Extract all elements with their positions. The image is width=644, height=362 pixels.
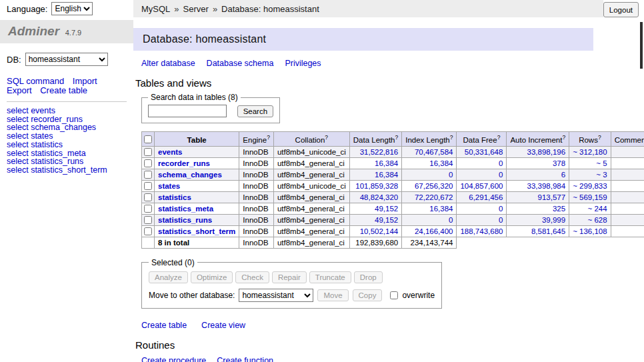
engine-cell: InnoDB xyxy=(239,180,274,191)
page-title: Database: homeassistant xyxy=(133,28,593,51)
auto-increment-cell: 33,398,984 xyxy=(507,180,569,191)
rows-count-cell[interactable]: ~ 312,180 xyxy=(569,146,611,157)
create-link[interactable]: Create table xyxy=(141,321,187,330)
db-action-link[interactable]: Alter database xyxy=(141,59,195,68)
row-select-checkbox[interactable] xyxy=(144,205,152,213)
create-link[interactable]: Create view xyxy=(201,321,245,330)
sql-command-link[interactable]: SQL command xyxy=(7,76,64,86)
table-row: events InnoDB utf8mb4_unicode_ci 31,522,… xyxy=(142,146,644,157)
row-select-checkbox[interactable] xyxy=(144,227,152,235)
selected-actions: AnalyzeOptimizeCheckRepairTruncateDrop xyxy=(149,271,435,283)
table-name-link[interactable]: states xyxy=(158,182,180,190)
breadcrumb-current: Database: homeassistant xyxy=(221,4,319,14)
db-label: DB: xyxy=(7,55,21,65)
row-select-checkbox[interactable] xyxy=(144,148,152,156)
search-input[interactable] xyxy=(148,105,227,117)
row-select-checkbox[interactable] xyxy=(144,182,152,190)
sidebar-table-link[interactable]: select statistics_short_term xyxy=(7,166,127,175)
logout-button[interactable]: Logout xyxy=(603,2,639,17)
breadcrumb-mysql-link[interactable]: MySQL xyxy=(141,4,170,14)
engine-cell: InnoDB xyxy=(239,203,274,214)
adminer-logo[interactable]: Adminer xyxy=(8,24,59,38)
overwrite-checkbox[interactable] xyxy=(390,291,398,299)
rows-count-cell[interactable]: ~ 5 xyxy=(569,157,611,169)
table-header-row: TableEngine?Collation?Data Length?Index … xyxy=(142,132,644,147)
total-label: 8 in total xyxy=(155,237,239,248)
table-row: statistics_short_term InnoDB utf8mb4_gen… xyxy=(142,225,644,237)
rows-count-cell[interactable]: ~ 628 xyxy=(569,214,611,225)
sidebar-table-link[interactable]: select states xyxy=(7,132,127,141)
import-link[interactable]: Import xyxy=(73,76,97,86)
routine-link[interactable]: Create function xyxy=(217,356,273,362)
column-header: Collation? xyxy=(273,132,349,147)
row-select-checkbox[interactable] xyxy=(144,159,152,167)
routine-link[interactable]: Create procedure xyxy=(141,356,206,362)
export-link[interactable]: Export xyxy=(7,85,32,95)
auto-increment-cell: 33,898,196 xyxy=(507,146,569,157)
selected-action-button[interactable]: Drop xyxy=(354,271,383,283)
collation-cell: utf8mb4_general_ci xyxy=(273,157,349,169)
data-free-cell: 0 xyxy=(457,214,507,225)
data-length-cell: 49,152 xyxy=(349,203,401,214)
table-name-link[interactable]: recorder_runs xyxy=(158,159,210,167)
scrollbar-thumb[interactable] xyxy=(640,22,643,69)
copy-button[interactable]: Copy xyxy=(353,289,383,301)
sidebar-table-link[interactable]: select statistics xyxy=(7,141,127,149)
tables-list-table: TableEngine?Collation?Data Length?Index … xyxy=(141,131,644,249)
column-header: Data Free? xyxy=(457,132,507,147)
table-name-link[interactable]: statistics xyxy=(158,193,191,201)
column-help-icon: ? xyxy=(450,134,453,141)
rows-count-cell[interactable]: ~ 244 xyxy=(569,203,611,214)
move-label: Move to other database: xyxy=(149,291,235,300)
auto-increment-cell: 39,999 xyxy=(507,214,569,225)
breadcrumb-separator: » xyxy=(213,4,217,14)
data-free-cell: 0 xyxy=(457,169,507,180)
index-length-cell: 16,384 xyxy=(402,203,457,214)
create-table-link[interactable]: Create table xyxy=(40,85,87,95)
rows-count-cell[interactable]: ~ 3 xyxy=(569,169,611,180)
adminer-version: 4.7.9 xyxy=(65,29,81,37)
select-all-checkbox[interactable] xyxy=(144,135,152,143)
breadcrumb-server-link[interactable]: Server xyxy=(183,4,209,14)
sidebar-table-link[interactable]: select events xyxy=(7,107,127,115)
table-name-link[interactable]: events xyxy=(158,148,182,156)
comment-cell xyxy=(611,225,644,237)
auto-increment-cell: 8,581,645 xyxy=(507,225,569,237)
rows-count-cell[interactable]: ~ 136,108 xyxy=(569,225,611,237)
selected-action-button[interactable]: Optimize xyxy=(191,271,233,283)
index-length-cell: 0 xyxy=(402,214,457,225)
main-content: Database: homeassistant Alter databaseDa… xyxy=(133,17,644,362)
table-name-link[interactable]: statistics_meta xyxy=(158,205,213,213)
selected-action-button[interactable]: Repair xyxy=(272,271,307,283)
row-select-checkbox[interactable] xyxy=(144,171,152,179)
row-select-checkbox[interactable] xyxy=(144,216,152,224)
selected-action-button[interactable]: Truncate xyxy=(309,271,351,283)
collation-cell: utf8mb4_general_ci xyxy=(273,214,349,225)
db-action-link[interactable]: Database schema xyxy=(207,59,274,68)
db-select[interactable]: homeassistant xyxy=(25,53,108,66)
selected-action-button[interactable]: Analyze xyxy=(149,271,188,283)
engine-cell: InnoDB xyxy=(239,214,274,225)
move-db-select[interactable]: homeassistant xyxy=(239,289,313,302)
column-header: Data Length? xyxy=(349,132,401,147)
language-select[interactable]: English xyxy=(51,2,93,15)
search-button[interactable]: Search xyxy=(237,105,273,117)
overwrite-label: overwrite xyxy=(402,291,435,300)
rows-count-cell[interactable]: ~ 299,833 xyxy=(569,180,611,191)
table-name-link[interactable]: statistics_runs xyxy=(158,216,212,224)
data-length-cell: 49,152 xyxy=(349,214,401,225)
create-links: Create tableCreate view xyxy=(141,321,644,330)
data-length-cell: 31,522,816 xyxy=(349,146,401,157)
sidebar: Adminer 4.7.9 DB: homeassistant SQL comm… xyxy=(0,17,133,175)
db-action-link[interactable]: Privileges xyxy=(285,59,321,68)
move-button[interactable]: Move xyxy=(317,289,348,301)
data-length-cell: 10,502,144 xyxy=(349,225,401,237)
rows-count-cell[interactable]: ~ 569,159 xyxy=(569,191,611,203)
engine-cell: InnoDB xyxy=(239,225,274,237)
table-row: statistics InnoDB utf8mb4_general_ci 48,… xyxy=(142,191,644,203)
table-name-link[interactable]: schema_changes xyxy=(158,171,222,179)
footer-data-length-cell: 192,839,680 xyxy=(349,237,401,248)
selected-action-button[interactable]: Check xyxy=(235,271,269,283)
row-select-checkbox[interactable] xyxy=(144,193,152,201)
table-name-link[interactable]: statistics_short_term xyxy=(158,227,235,235)
